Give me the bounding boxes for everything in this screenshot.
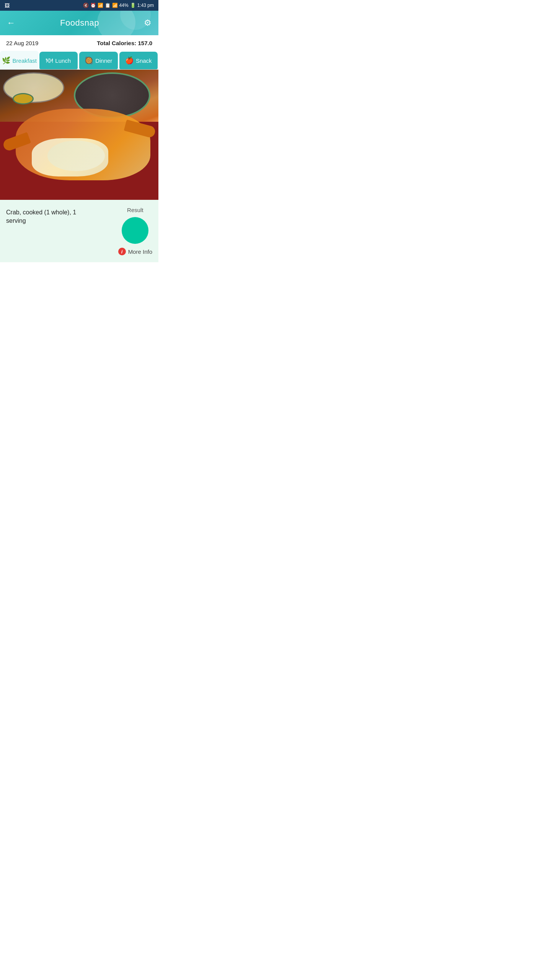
- date-display: 22 Aug 2019: [6, 40, 38, 46]
- more-info-text: More Info: [128, 248, 152, 255]
- sim-icon: 📋: [105, 3, 111, 8]
- snack-icon: 🍎: [125, 56, 134, 65]
- more-info-row[interactable]: i More Info: [118, 248, 152, 255]
- alarm-icon: ⏰: [90, 3, 96, 8]
- app-title: Foodsnap: [60, 18, 99, 28]
- app-header: ← Foodsnap ⚙: [0, 11, 158, 35]
- meal-tabs: 🌿 Breakfast 🍽 Lunch 🥘 Dinner 🍎 Snack: [0, 51, 158, 70]
- tab-snack-label: Snack: [136, 57, 152, 64]
- tab-breakfast-label: Breakfast: [13, 57, 37, 64]
- mute-icon: 🔇: [83, 3, 89, 8]
- crab-meat-2: [47, 140, 105, 171]
- back-button[interactable]: ←: [7, 18, 15, 28]
- result-column: Result i More Info: [118, 207, 152, 255]
- date-calories-bar: 22 Aug 2019 Total Calories: 157.0: [0, 35, 158, 51]
- food-description: Crab, cooked (1 whole), 1 serving: [6, 207, 86, 225]
- photo-icon: 🖼: [5, 3, 10, 8]
- food-image: [0, 70, 158, 200]
- tab-dinner-label: Dinner: [95, 57, 112, 64]
- dinner-icon: 🥘: [85, 56, 93, 65]
- lunch-icon: 🍽: [46, 57, 53, 65]
- result-label: Result: [127, 207, 143, 213]
- crab-scene: [0, 70, 158, 200]
- food-image-container: [0, 70, 158, 200]
- battery-percent: 44%: [119, 3, 129, 8]
- tab-breakfast[interactable]: 🌿 Breakfast: [0, 51, 39, 69]
- status-bar: 🖼 🔇 ⏰ 📶 📋 📶 44% 🔋 1:43 pm: [0, 0, 158, 11]
- total-calories-display: Total Calories: 157.0: [97, 40, 152, 46]
- tab-lunch-label: Lunch: [55, 57, 71, 64]
- result-section: Crab, cooked (1 whole), 1 serving Result…: [0, 200, 158, 262]
- settings-button[interactable]: ⚙: [144, 18, 152, 28]
- tab-dinner[interactable]: 🥘 Dinner: [79, 52, 118, 69]
- info-icon: i: [118, 248, 126, 255]
- result-circle[interactable]: [122, 217, 148, 244]
- bottom-space: [0, 262, 158, 331]
- time: 1:43 pm: [137, 3, 154, 8]
- tab-snack[interactable]: 🍎 Snack: [119, 52, 158, 69]
- status-left-icons: 🖼: [5, 3, 10, 8]
- status-right: 🔇 ⏰ 📶 📋 📶 44% 🔋 1:43 pm: [83, 3, 154, 8]
- tab-lunch[interactable]: 🍽 Lunch: [39, 52, 78, 69]
- wifi-icon: 📶: [98, 3, 103, 8]
- battery-icon: 🔋: [130, 3, 136, 8]
- signal-icon: 📶: [112, 3, 118, 8]
- breakfast-icon: 🌿: [2, 56, 10, 65]
